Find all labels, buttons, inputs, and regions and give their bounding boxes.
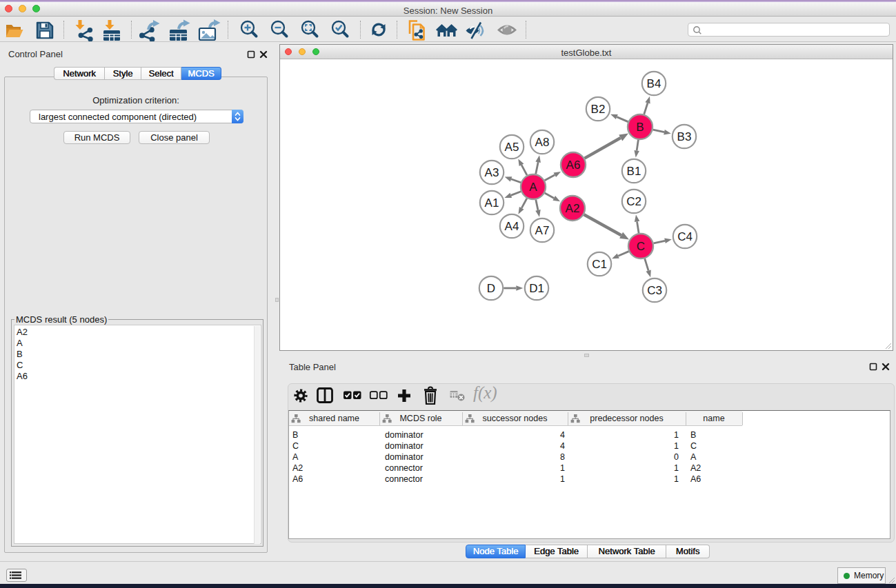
svg-text:A3: A3 [485,166,499,179]
svg-text:B1: B1 [627,165,641,178]
svg-text:C: C [637,240,645,253]
svg-text:A5: A5 [505,141,519,154]
svg-text:B2: B2 [591,103,606,116]
svg-text:D: D [487,282,495,295]
svg-text:A: A [529,181,537,194]
svg-text:A6: A6 [566,159,581,172]
svg-text:B: B [636,121,644,134]
svg-text:C2: C2 [626,195,641,208]
svg-text:A2: A2 [566,202,580,215]
svg-text:C1: C1 [592,258,607,271]
svg-text:C3: C3 [647,284,662,297]
svg-text:A4: A4 [505,220,519,233]
svg-text:A8: A8 [535,136,550,149]
svg-text:B4: B4 [647,77,661,90]
svg-text:B3: B3 [677,130,692,143]
svg-text:A7: A7 [535,224,550,237]
svg-text:A1: A1 [485,196,499,210]
svg-text:D1: D1 [529,282,544,295]
svg-text:C4: C4 [677,230,693,243]
